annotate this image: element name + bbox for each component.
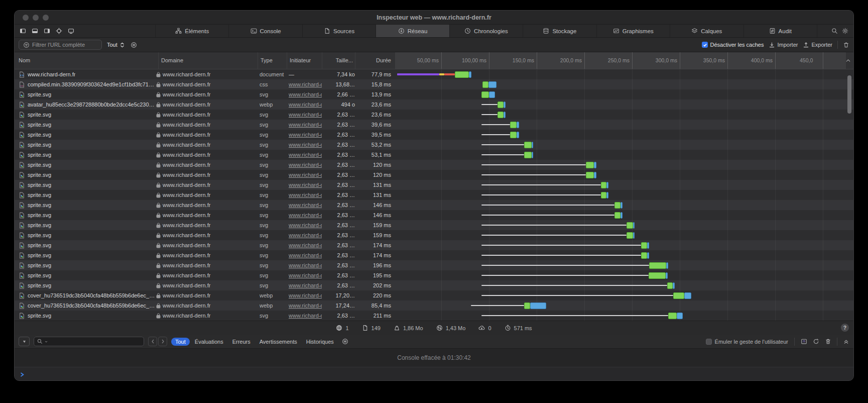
initiator-link[interactable]: www.richard-d… <box>289 132 322 138</box>
table-row[interactable]: www.richard-dern.fr www.richard-dern.fr … <box>15 69 853 79</box>
initiator-link[interactable]: www.richard-d… <box>289 112 322 118</box>
initiator-link[interactable]: www.richard-d… <box>289 182 322 188</box>
next-result-button[interactable] <box>158 337 167 346</box>
disable-caches-checkbox[interactable]: Désactiver les caches <box>702 42 764 48</box>
initiator-link[interactable]: www.richard-d… <box>289 252 322 258</box>
js-context-icon[interactable]: JS <box>801 338 807 345</box>
settings-gear-icon[interactable] <box>842 28 848 34</box>
initiator-link[interactable]: www.richard-d… <box>289 162 322 168</box>
console-options-icon[interactable] <box>342 338 348 345</box>
console-filter-tout[interactable]: Tout <box>171 338 190 346</box>
initiator-link[interactable]: www.richard-d… <box>289 292 322 298</box>
tab-graphismes[interactable]: Graphismes <box>596 25 670 37</box>
initiator-link[interactable]: www.richard-d… <box>289 172 322 178</box>
initiator-link[interactable]: www.richard-d… <box>289 222 322 228</box>
url-filter-input[interactable]: Filtrer l'URL complète <box>19 40 102 50</box>
initiator-link[interactable]: www.richard-d… <box>289 242 322 248</box>
minimize-button[interactable] <box>33 15 39 21</box>
table-row[interactable]: sprite.svg www.richard-dern.fr svg www.r… <box>15 130 853 140</box>
tab-console[interactable]: Console <box>228 25 302 37</box>
refresh-icon[interactable] <box>813 338 819 345</box>
table-row[interactable]: sprite.svg www.richard-dern.fr svg www.r… <box>15 311 853 321</box>
help-button[interactable]: ? <box>841 324 849 332</box>
chevron-up-icon[interactable] <box>845 57 851 64</box>
console-filter-erreurs[interactable]: Erreurs <box>228 338 255 346</box>
column-header-duree[interactable]: Durée <box>355 52 391 69</box>
table-row[interactable]: sprite.svg www.richard-dern.fr svg www.r… <box>15 230 853 240</box>
table-row[interactable]: sprite.svg www.richard-dern.fr svg www.r… <box>15 250 853 260</box>
import-button[interactable]: Importer <box>769 42 798 48</box>
table-row[interactable]: sprite.svg www.richard-dern.fr svg www.r… <box>15 200 853 210</box>
console-filter-historiques[interactable]: Historiques <box>302 338 338 346</box>
tab-chronologies[interactable]: Chronologies <box>449 25 523 37</box>
initiator-link[interactable]: www.richard-d… <box>289 81 322 87</box>
table-row[interactable]: cover_hu736519dc3b5040cfa48b6b559b6de6ec… <box>15 300 853 311</box>
console-scope-picker[interactable] <box>19 337 30 346</box>
initiator-link[interactable]: www.richard-d… <box>289 142 322 148</box>
initiator-link[interactable]: www.richard-d… <box>289 313 322 319</box>
table-row[interactable]: sprite.svg www.richard-dern.fr svg www.r… <box>15 160 853 170</box>
dock-right-icon[interactable] <box>43 27 51 35</box>
tab-reseau[interactable]: Réseau <box>376 25 449 37</box>
tab-stockage[interactable]: Stockage <box>523 25 596 37</box>
initiator-link[interactable]: www.richard-d… <box>289 232 322 238</box>
column-header-taille[interactable]: Taille... <box>322 52 353 69</box>
table-row[interactable]: sprite.svg www.richard-dern.fr svg www.r… <box>15 120 853 130</box>
initiator-link[interactable]: www.richard-d… <box>289 272 322 278</box>
tab-audit[interactable]: Audit <box>743 25 817 37</box>
previous-result-button[interactable] <box>148 337 157 346</box>
initiator-link[interactable]: www.richard-d… <box>289 303 322 309</box>
initiator-link[interactable]: www.richard-d… <box>289 91 322 97</box>
console-filter-avertissements[interactable]: Avertissements <box>256 338 301 346</box>
filter-options-icon[interactable] <box>131 42 137 48</box>
clear-console-trash-icon[interactable] <box>825 338 831 345</box>
table-row[interactable]: sprite.svg www.richard-dern.fr svg www.r… <box>15 89 853 99</box>
table-row[interactable]: sprite.svg www.richard-dern.fr svg www.r… <box>15 280 853 290</box>
initiator-link[interactable]: www.richard-d… <box>289 122 322 128</box>
initiator-link[interactable]: www.richard-d… <box>289 282 322 288</box>
column-header-type[interactable]: Type <box>261 52 273 69</box>
emulate-user-gesture-checkbox[interactable]: Émuler le geste de l'utilisateur <box>706 339 788 345</box>
initiator-link[interactable]: www.richard-d… <box>289 202 322 208</box>
table-row[interactable]: sprite.svg www.richard-dern.fr svg www.r… <box>15 240 853 250</box>
device-icon[interactable] <box>67 27 75 35</box>
console-filter-evaluations[interactable]: Évaluations <box>191 338 227 346</box>
initiator-link[interactable]: www.richard-d… <box>289 102 322 108</box>
tab-calques[interactable]: Calques <box>670 25 743 37</box>
dock-bottom-icon[interactable] <box>31 27 39 35</box>
table-row[interactable]: sprite.svg www.richard-dern.fr svg www.r… <box>15 270 853 280</box>
column-header-domaine[interactable]: Domaine <box>161 52 183 69</box>
initiator-link[interactable]: www.richard-d… <box>289 152 322 158</box>
table-row[interactable]: sprite.svg www.richard-dern.fr svg www.r… <box>15 140 853 150</box>
dock-left-icon[interactable] <box>19 27 27 35</box>
resource-type-dropdown[interactable]: Tout <box>107 42 126 48</box>
console-prompt-row[interactable] <box>15 367 853 381</box>
export-button[interactable]: Exporter <box>803 42 832 48</box>
target-icon[interactable] <box>55 27 63 35</box>
table-row[interactable]: avatar_hu85ecc3e298728880b0bde2dcc4e5c23… <box>15 99 853 110</box>
table-row[interactable]: sprite.svg www.richard-dern.fr svg www.r… <box>15 110 853 120</box>
column-header-nom[interactable]: Nom <box>19 52 30 69</box>
column-header-initiateur[interactable]: Initiateur <box>290 52 311 69</box>
tab-elements[interactable]: Éléments <box>155 25 228 37</box>
table-row[interactable]: csscompiled.min.38390909f303624ed9e1cf1b… <box>15 79 853 89</box>
initiator-link[interactable]: www.richard-d… <box>289 262 322 268</box>
table-row[interactable]: sprite.svg www.richard-dern.fr svg www.r… <box>15 190 853 200</box>
vertical-scrollbar[interactable] <box>847 75 851 114</box>
console-search-input[interactable] <box>34 337 144 346</box>
table-row[interactable]: cover_hu736519dc3b5040cfa48b6b559b6de6ec… <box>15 290 853 300</box>
close-button[interactable] <box>23 15 29 21</box>
search-icon[interactable] <box>831 28 838 34</box>
clear-network-trash-icon[interactable] <box>843 42 849 48</box>
table-row[interactable]: sprite.svg www.richard-dern.fr svg www.r… <box>15 170 853 180</box>
table-row[interactable]: sprite.svg www.richard-dern.fr svg www.r… <box>15 220 853 230</box>
table-row[interactable]: sprite.svg www.richard-dern.fr svg www.r… <box>15 210 853 220</box>
tab-sources[interactable]: Sources <box>302 25 376 37</box>
initiator-link[interactable]: www.richard-d… <box>289 212 322 218</box>
expand-console-chevrons-icon[interactable] <box>843 338 849 345</box>
initiator-link[interactable]: www.richard-d… <box>289 192 322 198</box>
table-row[interactable]: sprite.svg www.richard-dern.fr svg www.r… <box>15 260 853 270</box>
table-row[interactable]: sprite.svg www.richard-dern.fr svg www.r… <box>15 180 853 190</box>
zoom-button[interactable] <box>43 15 49 21</box>
table-row[interactable]: sprite.svg www.richard-dern.fr svg www.r… <box>15 150 853 160</box>
